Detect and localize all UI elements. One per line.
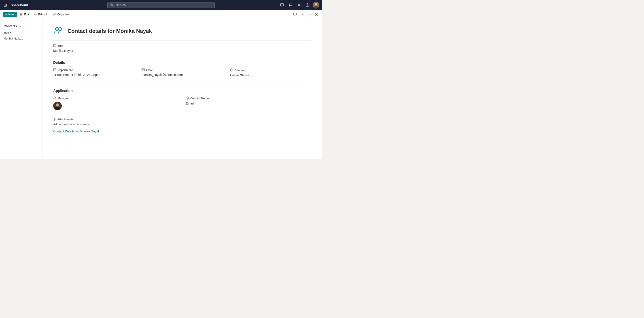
- topbar: ⊞ SharePoint 🔍: [0, 0, 322, 10]
- application-divider: [53, 114, 311, 114]
- svg-point-1: [298, 4, 300, 6]
- copy-link-button[interactable]: 🔗 Copy link: [50, 12, 71, 17]
- contact-medium-value: Email: [186, 102, 311, 105]
- sidebar-item-monika[interactable]: Monika Naya...: [0, 36, 42, 41]
- department-field-group: Department - Procurement Field - APAC Mg…: [53, 68, 134, 81]
- svg-point-23: [56, 103, 59, 107]
- sidebar-section-title: Contacts ☆: [0, 22, 42, 30]
- detail-title: Contact details for Monika Nayak: [68, 28, 152, 34]
- department-icon: [53, 68, 56, 72]
- country-field-group: Country United States: [230, 68, 311, 81]
- contact-medium-icon: [186, 96, 189, 100]
- comment-icon[interactable]: [278, 2, 285, 8]
- header-divider: [53, 40, 311, 41]
- department-value: - Procurement Field - APAC Mgmt: [53, 73, 134, 77]
- details-section-title: Details: [53, 61, 311, 65]
- svg-point-25: [186, 97, 189, 99]
- main-layout: Contacts ☆ Title ▾ Monika Naya... Contac…: [0, 19, 322, 159]
- contacts-icon: [53, 26, 64, 36]
- user-avatar[interactable]: [312, 2, 319, 8]
- waffle-icon[interactable]: ⊞: [3, 2, 8, 8]
- svg-rect-16: [54, 69, 56, 71]
- flag-icon[interactable]: [287, 2, 294, 8]
- pencil-icon: ✏: [34, 13, 37, 16]
- email-value: monika_nayak@contoso.com: [142, 73, 223, 77]
- search-input[interactable]: [116, 3, 212, 7]
- svg-point-12: [58, 27, 62, 31]
- sidebar-column-header[interactable]: Title ▾: [0, 30, 42, 36]
- svg-rect-7: [294, 13, 296, 15]
- country-label: Country: [230, 68, 311, 72]
- contact-medium-label: Contact Medium: [186, 96, 311, 100]
- toolbar-right-actions: [292, 12, 319, 17]
- sidebar: Contacts ☆ Title ▾ Monika Naya...: [0, 19, 42, 159]
- new-button[interactable]: + New: [3, 12, 17, 17]
- detail-header: Contact details for Monika Nayak: [53, 26, 311, 36]
- manager-field-group: Manager: [53, 96, 179, 110]
- svg-rect-13: [54, 44, 56, 47]
- country-value: United States: [230, 73, 311, 77]
- attachments-section: Attachments Add or remove attachments: [53, 118, 311, 126]
- manager-avatar: [53, 102, 179, 110]
- svg-rect-19: [142, 69, 144, 71]
- contact-medium-field-group: Contact Medium Email: [186, 96, 311, 110]
- secondary-toolbar: + New ⊞ Edit ✏ Edit all 🔗 Copy link: [0, 10, 322, 19]
- detail-panel: Contact details for Monika Nayak Title M…: [42, 19, 322, 159]
- title-field-icon: [53, 44, 56, 48]
- manager-label: Manager: [53, 96, 179, 100]
- attachments-add-text: Add or remove attachments: [53, 123, 311, 126]
- svg-point-11: [56, 27, 58, 31]
- edit-grid-icon: ⊞: [20, 13, 22, 16]
- chevron-down-icon[interactable]: [307, 12, 312, 17]
- link-icon: 🔗: [52, 13, 56, 16]
- app-title: SharePoint: [10, 3, 28, 7]
- department-label: Department: [53, 68, 134, 72]
- help-icon[interactable]: [304, 2, 311, 8]
- application-fields-grid: Manager Contact Medium Email: [53, 96, 311, 110]
- email-icon: [142, 68, 145, 72]
- svg-point-5: [315, 3, 317, 5]
- details-fields-grid: Department - Procurement Field - APAC Mg…: [53, 68, 311, 81]
- details-divider: [53, 84, 311, 84]
- settings-icon[interactable]: [296, 2, 302, 8]
- search-icon: 🔍: [110, 3, 114, 7]
- email-field-group: Email monika_nayak@contoso.com: [142, 68, 223, 81]
- new-label: New: [8, 13, 14, 16]
- attachment-icon: [53, 118, 56, 121]
- email-label: Email: [142, 68, 223, 72]
- svg-rect-8: [301, 13, 304, 15]
- attachments-label: Attachments: [53, 118, 311, 121]
- detail-link[interactable]: Contact Details for Monika Nayak: [53, 130, 100, 133]
- application-section-title: Application: [53, 89, 311, 93]
- title-field-value: Monika Nayak: [53, 49, 311, 52]
- country-icon: [230, 68, 233, 72]
- title-field-group: Title Monika Nayak: [53, 44, 311, 52]
- svg-point-3: [307, 6, 308, 6]
- search-bar[interactable]: 🔍: [107, 2, 215, 8]
- star-icon[interactable]: ☆: [19, 24, 22, 28]
- title-chevron-icon: ▾: [10, 31, 11, 34]
- comment-panel-icon[interactable]: [292, 12, 298, 17]
- edit-button[interactable]: ⊞ Edit: [18, 12, 31, 17]
- close-button[interactable]: [314, 12, 319, 17]
- edit-all-button[interactable]: ✏ Edit all: [32, 12, 49, 17]
- manager-icon: [53, 96, 56, 100]
- svg-rect-0: [280, 3, 284, 6]
- topbar-actions: [278, 2, 319, 8]
- title-field-label: Title: [53, 44, 311, 48]
- plus-icon: +: [5, 13, 7, 16]
- info-panel-icon[interactable]: [299, 12, 306, 17]
